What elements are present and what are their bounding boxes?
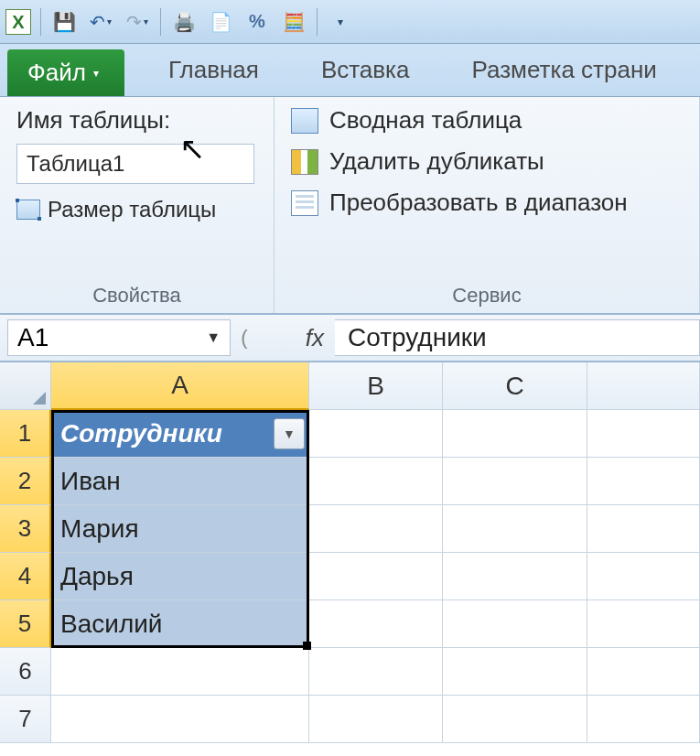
cell-B7[interactable]: [309, 696, 443, 743]
cell-B5[interactable]: [309, 600, 443, 648]
qat-separator: [40, 8, 41, 36]
cell-D1[interactable]: [587, 410, 700, 458]
tab-file[interactable]: Файл: [7, 49, 124, 96]
cell-C3[interactable]: [443, 505, 587, 553]
ribbon-tabs: Файл Главная Вставка Разметка страни: [0, 44, 700, 97]
name-box-value: A1: [17, 323, 48, 352]
row-header-7[interactable]: 7: [0, 696, 51, 743]
cell-A1[interactable]: Сотрудники ▼: [51, 410, 309, 458]
name-box[interactable]: A1 ▼: [7, 319, 231, 356]
ribbon-group-label: Свойства: [16, 278, 257, 311]
save-icon[interactable]: 💾: [50, 8, 78, 36]
remove-duplicates-button[interactable]: Удалить дубликаты: [291, 147, 683, 176]
select-all-corner[interactable]: [0, 362, 51, 410]
cell-B3[interactable]: [309, 505, 443, 553]
cell-A2[interactable]: Иван: [51, 458, 309, 505]
cell-C7[interactable]: [443, 696, 587, 743]
row-header-4[interactable]: 4: [0, 553, 51, 600]
cell-B4[interactable]: [309, 553, 443, 600]
formula-bar-divider: (: [231, 326, 258, 350]
ribbon-group-properties: Имя таблицы: Размер таблицы Свойства ↖: [0, 97, 275, 313]
cell-A7[interactable]: [51, 696, 309, 743]
ribbon: Имя таблицы: Размер таблицы Свойства ↖ С…: [0, 97, 700, 315]
table-name-input[interactable]: [16, 144, 254, 184]
cell-B6[interactable]: [309, 648, 443, 696]
cell-D5[interactable]: [587, 600, 700, 648]
percent-style-icon[interactable]: %: [243, 8, 271, 36]
cell-C4[interactable]: [443, 553, 587, 600]
row-header-2[interactable]: 2: [0, 458, 51, 505]
tab-home[interactable]: Главная: [150, 44, 277, 96]
cell-D6[interactable]: [587, 648, 700, 696]
col-header-D[interactable]: [587, 362, 700, 410]
resize-table-icon: [16, 200, 40, 220]
filter-dropdown-icon[interactable]: ▼: [274, 418, 305, 449]
formula-bar: A1 ▼ ( fx Сотрудники: [0, 315, 700, 362]
cell-A5[interactable]: Василий: [51, 600, 309, 648]
cell-C6[interactable]: [443, 648, 587, 696]
cell-D2[interactable]: [587, 458, 700, 505]
remove-duplicates-label: Удалить дубликаты: [329, 147, 544, 176]
col-header-B[interactable]: B: [309, 362, 443, 410]
fx-icon[interactable]: fx: [258, 324, 335, 352]
summarize-pivot-button[interactable]: Сводная таблица: [291, 106, 683, 135]
col-header-C[interactable]: C: [443, 362, 587, 410]
qat-customize-icon[interactable]: ▾: [327, 8, 354, 36]
row-header-6[interactable]: 6: [0, 648, 51, 696]
cell-C5[interactable]: [443, 600, 587, 648]
ribbon-group-tools: Сводная таблица Удалить дубликаты Преобр…: [275, 97, 700, 313]
table-name-label: Имя таблицы:: [16, 106, 257, 135]
row-header-1[interactable]: 1: [0, 410, 51, 458]
convert-range-icon: [291, 190, 318, 216]
row-header-5[interactable]: 5: [0, 600, 51, 648]
quick-print-icon[interactable]: 🖨️: [170, 8, 198, 36]
cell-D7[interactable]: [587, 696, 700, 743]
formula-input[interactable]: Сотрудники: [335, 319, 700, 356]
excel-logo-icon: X: [5, 9, 31, 35]
cell-A3[interactable]: Мария: [51, 505, 309, 553]
cell-A6[interactable]: [51, 648, 309, 696]
new-doc-icon[interactable]: 📄: [207, 8, 234, 36]
undo-icon[interactable]: ↶: [87, 8, 114, 36]
cell-A4[interactable]: Дарья: [51, 553, 309, 600]
qat-separator: [317, 8, 318, 36]
redo-icon[interactable]: ↷: [124, 8, 151, 36]
quick-access-toolbar: X 💾 ↶ ↷ 🖨️ 📄 % 🧮 ▾: [0, 0, 700, 44]
cell-B2[interactable]: [309, 458, 443, 505]
worksheet-grid: A B C 1 Сотрудники ▼ 2 Иван 3 Мария 4 Да…: [0, 362, 700, 743]
convert-range-button[interactable]: Преобразовать в диапазон: [291, 189, 683, 217]
tab-page-layout[interactable]: Разметка страни: [454, 44, 675, 96]
resize-table-label: Размер таблицы: [48, 197, 216, 222]
tab-insert[interactable]: Вставка: [303, 44, 428, 96]
pivot-table-icon: [291, 108, 318, 134]
cell-B1[interactable]: [309, 410, 443, 458]
resize-table-button[interactable]: Размер таблицы: [16, 197, 257, 222]
cell-C1[interactable]: [443, 410, 587, 458]
convert-range-label: Преобразовать в диапазон: [329, 189, 628, 217]
cell-D3[interactable]: [587, 505, 700, 553]
cell-A1-value: Сотрудники: [60, 419, 222, 448]
chevron-down-icon[interactable]: ▼: [206, 329, 221, 346]
remove-duplicates-icon: [291, 149, 318, 175]
pivot-label: Сводная таблица: [329, 106, 522, 135]
col-header-A[interactable]: A: [51, 362, 309, 410]
format-icon[interactable]: 🧮: [280, 8, 307, 36]
ribbon-group-label: Сервис: [291, 278, 683, 311]
cell-D4[interactable]: [587, 553, 700, 600]
qat-separator: [160, 8, 161, 36]
cell-C2[interactable]: [443, 458, 587, 505]
row-header-3[interactable]: 3: [0, 505, 51, 553]
